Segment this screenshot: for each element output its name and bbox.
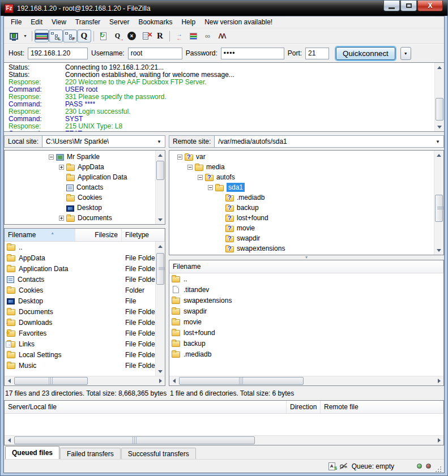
local-file-list[interactable]: Filename▲ Filesize Filetype .. AppDataFi…: [4, 228, 165, 386]
collapse-icon[interactable]: [198, 175, 203, 180]
scroll-down-arrow-icon[interactable]: [435, 122, 444, 131]
scroll-down-arrow-icon[interactable]: [156, 367, 165, 376]
tab-successful-transfers[interactable]: Successful transfers: [121, 448, 196, 459]
reconnect-button[interactable]: R: [153, 29, 167, 42]
file-row[interactable]: MusicFile Folder: [5, 360, 155, 371]
message-log[interactable]: Status:Connecting to 192.168.1.20:21... …: [4, 62, 444, 132]
file-row[interactable]: swapdir: [169, 306, 443, 316]
tree-item[interactable]: Desktop: [5, 203, 155, 213]
expand-icon[interactable]: [59, 165, 64, 170]
tree-item[interactable]: Mr Sparkle: [5, 152, 155, 162]
cancel-button[interactable]: ×: [125, 29, 139, 42]
menu-new-version-notice[interactable]: New version available!: [200, 17, 277, 27]
password-input[interactable]: [221, 48, 284, 59]
host-input[interactable]: [28, 48, 88, 59]
file-row[interactable]: Local SettingsFile Folder: [5, 349, 155, 360]
queue-horizontal-scrollbar[interactable]: [5, 435, 443, 445]
local-list-vertical-scrollbar[interactable]: [155, 242, 165, 376]
tree-item[interactable]: backup: [169, 203, 434, 213]
tree-item[interactable]: Downloads: [5, 223, 155, 225]
file-row[interactable]: DownloadsFile Folder: [5, 317, 155, 328]
tree-item[interactable]: Contacts: [5, 182, 155, 192]
menu-file[interactable]: File: [6, 17, 26, 27]
tree-item[interactable]: Documents: [5, 213, 155, 223]
file-row[interactable]: ContactsFile Folder: [5, 274, 155, 285]
quickconnect-dropdown[interactable]: ▼: [400, 47, 411, 60]
collapse-icon[interactable]: [187, 165, 193, 170]
file-row[interactable]: DocumentsFile Folder: [5, 306, 155, 317]
tree-item[interactable]: swapextensions: [169, 243, 434, 254]
file-row[interactable]: DesktopFile: [5, 295, 155, 306]
column-header-server-local-file[interactable]: Server/Local file: [5, 401, 287, 413]
remote-file-list[interactable]: Filename .. .titandev swapextensions swa…: [169, 260, 444, 386]
username-input[interactable]: [128, 48, 182, 59]
menu-help[interactable]: Help: [177, 17, 200, 27]
column-header-direction[interactable]: Direction: [287, 401, 321, 413]
log-vertical-scrollbar[interactable]: [434, 63, 444, 131]
file-row[interactable]: .mediadb: [169, 349, 443, 359]
toggle-queue-button[interactable]: Q: [77, 29, 91, 42]
file-row[interactable]: ..: [5, 242, 155, 252]
remote-site-combobox[interactable]: /var/media/autofs/sda1 ▼: [215, 135, 444, 148]
menu-view[interactable]: View: [47, 17, 71, 27]
file-row[interactable]: FavoritesFile Folder: [5, 328, 155, 338]
tree-item[interactable]: dvd: [169, 254, 434, 255]
tab-failed-transfers[interactable]: Failed transfers: [60, 448, 121, 459]
scroll-up-arrow-icon[interactable]: [435, 63, 444, 72]
tab-queued-files[interactable]: Queued files: [5, 446, 59, 459]
tree-item[interactable]: AppData: [5, 162, 155, 172]
file-row[interactable]: LinksFile Folder: [5, 338, 155, 349]
file-row[interactable]: Application DataFile Folder: [5, 263, 155, 274]
transfer-queue[interactable]: Server/Local file Direction Remote file: [4, 400, 444, 445]
tree-item[interactable]: Application Data: [5, 172, 155, 182]
scrollbar-thumb[interactable]: [179, 377, 304, 385]
resize-grip[interactable]: [435, 466, 442, 473]
file-row[interactable]: swapextensions: [169, 295, 443, 306]
toggle-message-log-button[interactable]: [35, 29, 49, 42]
collapse-icon[interactable]: [177, 155, 182, 160]
remote-directory-tree[interactable]: var media autofs sda1 .mediadb backup lo…: [169, 150, 444, 255]
tree-item[interactable]: .mediadb: [169, 192, 434, 203]
scrollbar-thumb[interactable]: [435, 195, 443, 222]
process-queue-button[interactable]: Q →: [110, 29, 125, 42]
menu-bookmarks[interactable]: Bookmarks: [134, 17, 177, 27]
pane-splitter[interactable]: ▾: [169, 255, 444, 260]
collapse-icon[interactable]: [49, 155, 54, 160]
toggle-remote-tree-button[interactable]: F: [63, 29, 77, 42]
column-header-filetype[interactable]: Filetype: [122, 229, 165, 241]
tree-item[interactable]: var: [169, 152, 434, 162]
file-row[interactable]: .titandev: [169, 284, 443, 295]
file-row[interactable]: CookiesFolder: [5, 285, 155, 295]
remote-tree-vertical-scrollbar[interactable]: [434, 151, 443, 255]
unencrypted-connection-icon[interactable]: [339, 462, 348, 470]
menu-server[interactable]: Server: [105, 17, 134, 27]
disconnect-button[interactable]: ×: [139, 29, 153, 42]
scroll-up-arrow-icon[interactable]: [156, 151, 165, 160]
tree-item-selected[interactable]: sda1: [169, 182, 434, 192]
local-directory-tree[interactable]: Mr Sparkle AppData Application Data Cont…: [4, 150, 165, 225]
quickconnect-button[interactable]: Quickconnect: [336, 47, 395, 60]
tree-item[interactable]: lost+found: [169, 213, 434, 223]
site-manager-button[interactable]: [7, 29, 21, 42]
chevron-down-icon[interactable]: ▼: [153, 139, 161, 144]
tree-item[interactable]: Cookies: [5, 192, 155, 203]
directory-comparison-button[interactable]: →←: [172, 29, 186, 42]
listing-filter-button[interactable]: [186, 29, 200, 42]
chevron-down-icon[interactable]: ▼: [432, 139, 440, 144]
synchronized-browsing-button[interactable]: ∞: [200, 29, 215, 42]
tree-item[interactable]: autofs: [169, 172, 434, 182]
menu-edit[interactable]: Edit: [26, 17, 47, 27]
file-row[interactable]: lost+found: [169, 327, 443, 338]
scroll-left-arrow-icon[interactable]: [169, 376, 178, 385]
local-tree-vertical-scrollbar[interactable]: [155, 151, 165, 224]
titlebar[interactable]: Fz 192.168.1.20 - root@192.168.1.20 - Fi…: [1, 1, 447, 16]
scroll-right-arrow-icon[interactable]: [156, 376, 165, 385]
scrollbar-thumb[interactable]: [156, 253, 164, 285]
remote-list-horizontal-scrollbar[interactable]: [169, 376, 443, 385]
column-header-filename[interactable]: Filename: [169, 260, 443, 273]
scrollbar-thumb[interactable]: [14, 377, 88, 385]
local-list-horizontal-scrollbar[interactable]: [5, 376, 165, 385]
find-files-button[interactable]: ΛΛ: [215, 29, 229, 42]
file-row[interactable]: AppDataFile Folder: [5, 252, 155, 263]
expand-icon[interactable]: [59, 216, 64, 221]
